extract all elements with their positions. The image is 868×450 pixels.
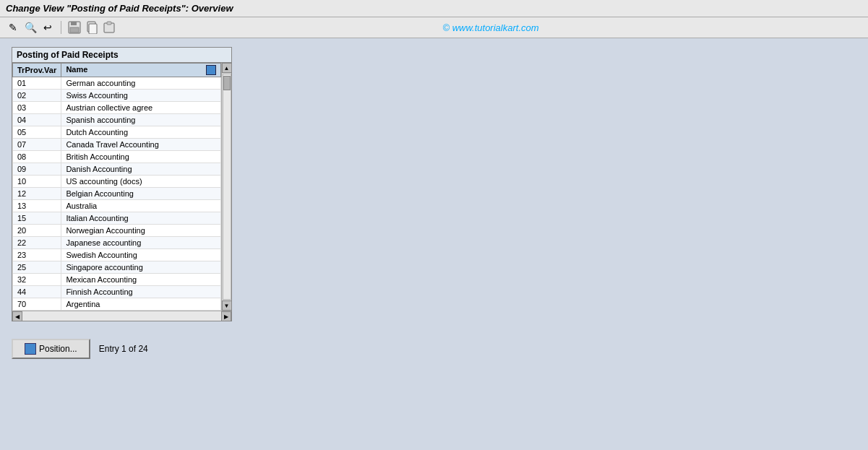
cell-code: 70 xyxy=(13,298,61,311)
cell-name: British Accounting xyxy=(61,151,221,163)
copy-icon[interactable] xyxy=(85,20,99,35)
cell-name: German accounting xyxy=(61,77,221,90)
cell-code: 09 xyxy=(13,163,61,176)
cell-code: 05 xyxy=(13,126,61,139)
cell-name: Australia xyxy=(61,200,221,212)
cell-name: Norwegian Accounting xyxy=(61,225,221,237)
table-row[interactable]: 05Dutch Accounting xyxy=(13,126,221,139)
table-row[interactable]: 07Canada Travel Accounting xyxy=(13,139,221,151)
cell-name: Swiss Accounting xyxy=(61,90,221,102)
cell-name: Swedish Accounting xyxy=(61,249,221,261)
paste-icon[interactable] xyxy=(102,20,116,35)
cell-code: 25 xyxy=(13,261,61,274)
edit-icon[interactable]: ✎ xyxy=(6,20,20,35)
col-header-code: TrProv.Var xyxy=(13,64,61,77)
col-header-name: Name xyxy=(61,64,221,77)
toolbar-separator-1 xyxy=(61,21,61,34)
table-row[interactable]: 08British Accounting xyxy=(13,151,221,163)
back-icon[interactable]: ↩ xyxy=(40,20,55,35)
table-row[interactable]: 23Swedish Accounting xyxy=(13,249,221,261)
cell-code: 04 xyxy=(13,114,61,126)
position-button[interactable]: Position... xyxy=(12,339,90,359)
cell-name: Dutch Accounting xyxy=(61,126,221,139)
data-table: TrProv.Var Name 01German accounting02Swi… xyxy=(12,63,221,311)
cell-name: Italian Accounting xyxy=(61,212,221,225)
cell-code: 08 xyxy=(13,151,61,163)
table-row[interactable]: 32Mexican Accounting xyxy=(13,274,221,286)
search-icon[interactable]: 🔍 xyxy=(23,20,38,35)
cell-name: Spanish accounting xyxy=(61,114,221,126)
cell-code: 22 xyxy=(13,237,61,249)
table-row[interactable]: 20Norwegian Accounting xyxy=(13,225,221,237)
svg-rect-4 xyxy=(89,24,97,34)
table-scroll: TrProv.Var Name 01German accounting02Swi… xyxy=(12,63,221,311)
cell-code: 01 xyxy=(13,77,61,90)
cell-code: 44 xyxy=(13,286,61,298)
table-row[interactable]: 25Singapore accounting xyxy=(13,261,221,274)
column-settings-icon[interactable] xyxy=(206,65,216,75)
svg-rect-1 xyxy=(71,22,77,25)
table-row[interactable]: 22Japanese accounting xyxy=(13,237,221,249)
scroll-left-btn[interactable]: ◀ xyxy=(12,311,22,321)
table-row[interactable]: 02Swiss Accounting xyxy=(13,90,221,102)
table-row[interactable]: 15Italian Accounting xyxy=(13,212,221,225)
vertical-scrollbar[interactable]: ▲ ▼ xyxy=(221,63,231,311)
cell-code: 03 xyxy=(13,102,61,114)
cell-name: Belgian Accounting xyxy=(61,188,221,200)
cell-name: Argentina xyxy=(61,298,221,311)
svg-rect-6 xyxy=(107,22,111,25)
cell-name: US accounting (docs) xyxy=(61,176,221,188)
toolbar: ✎ 🔍 ↩ © www.tutorialkart.com xyxy=(0,17,868,38)
watermark: © www.tutorialkart.com xyxy=(119,22,862,33)
table-row[interactable]: 13Australia xyxy=(13,200,221,212)
scroll-track[interactable] xyxy=(223,74,231,300)
table-panel-label: Posting of Paid Receipts xyxy=(12,48,231,63)
table-row[interactable]: 10US accounting (docs) xyxy=(13,176,221,188)
scroll-down-btn[interactable]: ▼ xyxy=(222,300,232,311)
scroll-up-btn[interactable]: ▲ xyxy=(222,63,232,73)
save-icon[interactable] xyxy=(67,20,82,35)
scroll-right-btn[interactable]: ▶ xyxy=(221,311,231,321)
bottom-bar: Position... Entry 1 of 24 xyxy=(0,330,868,368)
cell-code: 13 xyxy=(13,200,61,212)
cell-name: Finnish Accounting xyxy=(61,286,221,298)
table-row[interactable]: 04Spanish accounting xyxy=(13,114,221,126)
scroll-area: TrProv.Var Name 01German accounting02Swi… xyxy=(12,63,231,311)
h-scroll-track[interactable] xyxy=(22,311,221,321)
table-row[interactable]: 12Belgian Accounting xyxy=(13,188,221,200)
position-btn-label: Position... xyxy=(39,344,77,354)
cell-code: 20 xyxy=(13,225,61,237)
cell-code: 10 xyxy=(13,176,61,188)
title-bar: Change View "Posting of Paid Receipts": … xyxy=(0,0,868,17)
cell-code: 12 xyxy=(13,188,61,200)
cell-code: 15 xyxy=(13,212,61,225)
entry-info: Entry 1 of 24 xyxy=(99,344,148,354)
cell-name: Canada Travel Accounting xyxy=(61,139,221,151)
page-title: Change View "Posting of Paid Receipts": … xyxy=(6,3,233,14)
table-row[interactable]: 01German accounting xyxy=(13,77,221,90)
svg-rect-2 xyxy=(70,27,79,33)
table-header-row: TrProv.Var Name xyxy=(13,64,221,77)
cell-code: 32 xyxy=(13,274,61,286)
position-btn-icon xyxy=(25,343,36,355)
cell-code: 23 xyxy=(13,249,61,261)
cell-name: Mexican Accounting xyxy=(61,274,221,286)
cell-code: 07 xyxy=(13,139,61,151)
cell-code: 02 xyxy=(13,90,61,102)
table-row[interactable]: 03Austrian collective agree xyxy=(13,102,221,114)
table-container: Posting of Paid Receipts TrProv.Var Name xyxy=(12,47,232,321)
cell-name: Austrian collective agree xyxy=(61,102,221,114)
table-row[interactable]: 70Argentina xyxy=(13,298,221,311)
cell-name: Danish Accounting xyxy=(61,163,221,176)
scroll-thumb[interactable] xyxy=(223,76,231,90)
cell-name: Japanese accounting xyxy=(61,237,221,249)
main-content: Posting of Paid Receipts TrProv.Var Name xyxy=(0,38,868,330)
table-row[interactable]: 09Danish Accounting xyxy=(13,163,221,176)
table-body: 01German accounting02Swiss Accounting03A… xyxy=(13,77,221,311)
table-row[interactable]: 44Finnish Accounting xyxy=(13,286,221,298)
cell-name: Singapore accounting xyxy=(61,261,221,274)
horizontal-scrollbar[interactable]: ◀ ▶ xyxy=(12,311,231,321)
